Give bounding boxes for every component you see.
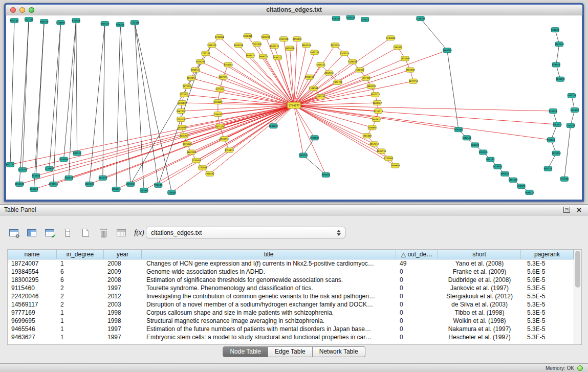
- graph-node[interactable]: 1812054: [187, 76, 197, 80]
- graph-node[interactable]: 1830295: [177, 125, 187, 130]
- table-cell[interactable]: 5.3E-5: [521, 259, 574, 268]
- table-cell[interactable]: 19384554: [8, 268, 57, 276]
- graph-node[interactable]: 2085083: [405, 68, 415, 72]
- table-cell[interactable]: 22420046: [8, 292, 57, 300]
- graph-node[interactable]: 2026950: [59, 157, 69, 162]
- table-cell[interactable]: 0: [396, 333, 438, 341]
- table-cell[interactable]: 0: [396, 300, 438, 309]
- graph-edge[interactable]: [294, 81, 413, 105]
- table-cell[interactable]: 6: [57, 268, 104, 276]
- graph-node[interactable]: 2275125: [215, 87, 225, 92]
- table-cell[interactable]: Structural magnetic resonance image aver…: [142, 317, 396, 325]
- column-header-1[interactable]: in_degree: [57, 250, 104, 259]
- table-cell[interactable]: 0: [396, 317, 438, 325]
- graph-node[interactable]: 1809963: [390, 163, 400, 168]
- graph-node[interactable]: 2061182: [310, 50, 320, 55]
- graph-node[interactable]: 1836615: [348, 59, 358, 64]
- graph-node[interactable]: 1936212: [273, 55, 282, 60]
- graph-node[interactable]: 1675212: [182, 84, 192, 89]
- graph-edge[interactable]: [144, 105, 294, 190]
- graph-node[interactable]: 1974549: [400, 56, 410, 61]
- graph-node[interactable]: 2136711: [179, 134, 189, 138]
- graph-edge[interactable]: [294, 103, 378, 105]
- graph-node[interactable]: 1070214: [346, 15, 356, 20]
- table-cell[interactable]: Tibbo et al. (1998): [438, 309, 521, 317]
- graph-edge[interactable]: [19, 19, 29, 184]
- graph-node[interactable]: 1148208: [416, 16, 426, 21]
- table-cell[interactable]: Wolkin et al. (1998): [438, 317, 521, 325]
- table-cell[interactable]: 5.9E-5: [521, 276, 574, 284]
- graph-edge[interactable]: [294, 105, 326, 175]
- table-cell[interactable]: 5.5E-5: [521, 292, 574, 300]
- graph-node[interactable]: 1977122: [361, 76, 371, 80]
- graph-node[interactable]: 1845183: [316, 94, 326, 99]
- network-canvas[interactable]: 1724077224206818601231755141191420620481…: [6, 15, 582, 200]
- graph-node[interactable]: 1753641: [198, 165, 208, 170]
- table-cell[interactable]: Yano et al. (2008): [438, 259, 521, 268]
- graph-edge[interactable]: [182, 103, 294, 105]
- table-cell[interactable]: Stergiakouli et al. (2012): [438, 292, 521, 300]
- table-cell[interactable]: Changes of HCN gene expression and I(f) …: [142, 259, 396, 268]
- graph-node[interactable]: 1861514: [302, 43, 312, 48]
- graph-node[interactable]: 977240: [560, 177, 569, 181]
- graph-node[interactable]: 1910447: [205, 171, 215, 176]
- tab-edge-table[interactable]: Edge Table: [268, 346, 313, 357]
- graph-node[interactable]: 1850211: [261, 35, 271, 39]
- graph-node[interactable]: 1724077: [287, 102, 300, 108]
- graph-node[interactable]: 1604767: [373, 100, 382, 105]
- graph-node[interactable]: 2150412: [292, 37, 302, 41]
- graph-node[interactable]: 2032614: [324, 71, 334, 75]
- graph-node[interactable]: 1034112: [100, 21, 110, 26]
- table-cell[interactable]: 14569117: [8, 300, 57, 309]
- graph-node[interactable]: 1065102: [298, 153, 308, 158]
- graph-node[interactable]: 963140: [10, 18, 18, 23]
- delete-table-icon[interactable]: [97, 227, 110, 239]
- table-cell[interactable]: 2: [57, 292, 104, 300]
- graph-node[interactable]: 901154: [6, 162, 14, 167]
- table-cell[interactable]: de Silva et al. (2003): [438, 300, 521, 309]
- graph-node[interactable]: 1105531: [478, 150, 488, 155]
- graph-node[interactable]: 2033914: [220, 137, 229, 141]
- graph-node[interactable]: 976241: [116, 23, 124, 27]
- graph-edge[interactable]: [303, 156, 326, 175]
- graph-node[interactable]: 968214: [471, 143, 479, 147]
- table-cell[interactable]: Estimation of significance thresholds fo…: [142, 276, 396, 284]
- select-columns-icon[interactable]: [25, 227, 38, 239]
- table-cell[interactable]: 5.3E-5: [521, 325, 574, 333]
- graph-node[interactable]: 2067114: [176, 109, 186, 114]
- graph-node[interactable]: 1120954: [45, 166, 54, 171]
- graph-node[interactable]: 1915469: [362, 134, 372, 138]
- table-settings-icon[interactable]: ⚙: [7, 227, 20, 239]
- graph-node[interactable]: 1758120: [176, 117, 186, 122]
- graph-edge[interactable]: [69, 105, 294, 178]
- table-cell[interactable]: Hescheler et al. (1997): [438, 333, 521, 341]
- table-cell[interactable]: 9463627: [8, 333, 57, 341]
- graph-edge[interactable]: [421, 18, 447, 50]
- table-cell[interactable]: 0: [396, 276, 438, 284]
- window-titlebar[interactable]: citations_edges.txt: [6, 5, 582, 15]
- column-header-4[interactable]: △ out_de…: [396, 250, 438, 259]
- table-cell[interactable]: 1997: [104, 333, 142, 341]
- graph-node[interactable]: 1958120: [285, 46, 295, 51]
- graph-node[interactable]: 951840: [551, 28, 559, 32]
- table-scrollbar-thumb[interactable]: [575, 251, 580, 288]
- graph-node[interactable]: 1101453: [566, 123, 576, 128]
- graph-node[interactable]: 920560: [72, 18, 80, 23]
- graph-node[interactable]: 1102153: [555, 42, 564, 47]
- table-cell[interactable]: 2003: [104, 300, 142, 309]
- table-cell[interactable]: 1997: [104, 284, 142, 292]
- table-cell[interactable]: Jankovic et al. (1997): [438, 284, 521, 292]
- table-cell[interactable]: 2008: [104, 259, 142, 268]
- graph-node[interactable]: 924150: [126, 182, 135, 186]
- table-cell[interactable]: 1998: [104, 317, 142, 325]
- graph-edge[interactable]: [19, 105, 294, 184]
- row-height-icon[interactable]: [61, 227, 74, 239]
- graph-node[interactable]: 1861621: [372, 117, 381, 122]
- graph-node[interactable]: 1021547: [24, 17, 34, 22]
- table-cell[interactable]: Embryonic stem cells: a model to study s…: [142, 333, 396, 341]
- graph-node[interactable]: 2260815: [243, 34, 253, 38]
- table-cell[interactable]: 9465546: [8, 325, 57, 333]
- graph-node[interactable]: 1862203: [187, 150, 197, 155]
- graph-node[interactable]: 1968794: [443, 48, 452, 53]
- table-cell[interactable]: 2: [57, 300, 104, 309]
